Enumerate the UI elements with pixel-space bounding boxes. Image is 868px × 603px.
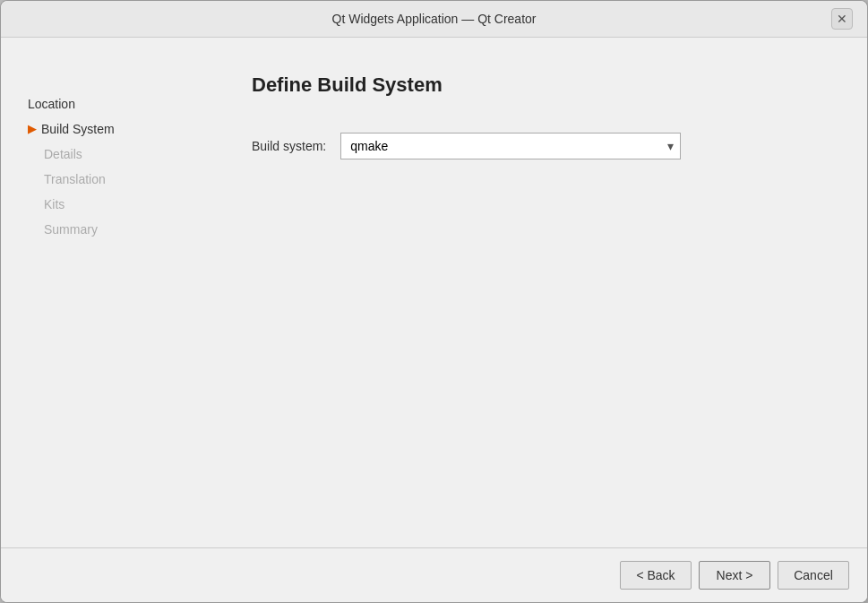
- cancel-label: Cancel: [794, 568, 833, 582]
- close-button[interactable]: ✕: [831, 8, 853, 30]
- sidebar-item-label-build-system: Build System: [41, 122, 115, 136]
- sidebar-item-details: Details: [28, 142, 189, 167]
- sidebar: Location ▶ Build System Details Translat…: [1, 38, 207, 547]
- build-system-label: Build system:: [252, 139, 326, 153]
- build-system-select-wrapper[interactable]: qmake cmake qbs: [340, 133, 681, 159]
- main-window: Qt Widgets Application — Qt Creator ✕ Lo…: [0, 0, 868, 603]
- sidebar-item-summary: Summary: [28, 217, 189, 242]
- build-system-row: Build system: qmake cmake qbs: [252, 133, 822, 159]
- page-title: Define Build System: [252, 73, 822, 97]
- sidebar-item-label-translation: Translation: [44, 172, 106, 186]
- sidebar-item-build-system[interactable]: ▶ Build System: [28, 116, 189, 142]
- sidebar-item-location[interactable]: Location: [28, 91, 189, 116]
- footer: < Back Next > Cancel: [1, 547, 867, 602]
- content-area: Location ▶ Build System Details Translat…: [1, 38, 867, 547]
- cancel-button[interactable]: Cancel: [778, 561, 849, 590]
- next-label: Next >: [717, 568, 753, 582]
- back-button[interactable]: < Back: [620, 561, 692, 590]
- sidebar-item-label-details: Details: [44, 147, 82, 161]
- sidebar-item-translation: Translation: [28, 167, 189, 192]
- main-content: Define Build System Build system: qmake …: [207, 38, 867, 547]
- sidebar-item-label-summary: Summary: [44, 222, 98, 237]
- window-title: Qt Widgets Application — Qt Creator: [37, 12, 831, 26]
- sidebar-item-label-location: Location: [28, 97, 75, 111]
- next-button[interactable]: Next >: [699, 561, 770, 590]
- sidebar-item-kits: Kits: [28, 192, 189, 217]
- active-arrow-icon: ▶: [28, 123, 36, 135]
- sidebar-item-label-kits: Kits: [44, 197, 64, 211]
- build-system-select[interactable]: qmake cmake qbs: [340, 133, 681, 159]
- back-label: < Back: [636, 568, 675, 582]
- title-bar: Qt Widgets Application — Qt Creator ✕: [1, 1, 867, 38]
